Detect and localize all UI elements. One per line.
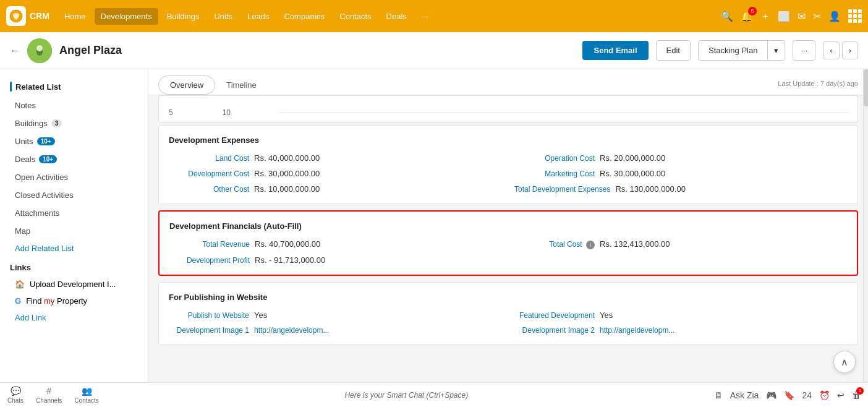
sidebar-link-find-property[interactable]: G Find my Property bbox=[0, 293, 148, 309]
operation-cost-value: Rs. 20,000,000.00 bbox=[600, 153, 665, 163]
import-icon[interactable]: ⬜ bbox=[778, 11, 790, 22]
channels-tab[interactable]: # Channels bbox=[36, 386, 62, 404]
gamepad-icon[interactable]: 🎮 bbox=[766, 390, 777, 400]
total-cost-value: Rs. 132,413,000.00 bbox=[600, 239, 670, 249]
record-navigation: ‹ › bbox=[823, 41, 858, 59]
add-icon[interactable]: ＋ bbox=[760, 10, 770, 23]
trash-icon[interactable]: 🗑 1 bbox=[852, 390, 861, 400]
sidebar-item-buildings[interactable]: Buildings 3 bbox=[0, 114, 148, 132]
land-cost-value: Rs. 40,000,000.00 bbox=[254, 153, 320, 163]
next-record-button[interactable]: › bbox=[842, 41, 858, 59]
page-title: Angel Plaza bbox=[59, 44, 122, 57]
header-bar: ← Angel Plaza Send Email Edit Stacking P… bbox=[0, 32, 868, 69]
logo-icon bbox=[6, 6, 26, 26]
contacts-icon: 👥 bbox=[82, 386, 92, 396]
search-icon[interactable]: 🔍 bbox=[721, 11, 733, 22]
sidebar-item-map[interactable]: Map bbox=[0, 222, 148, 240]
nav-developments[interactable]: Developments bbox=[95, 8, 158, 25]
bookmark-icon[interactable]: 🔖 bbox=[784, 390, 794, 400]
scroll-top-button[interactable]: ∧ bbox=[833, 351, 856, 373]
grid-menu-icon[interactable] bbox=[848, 9, 862, 23]
stacking-plan-dropdown[interactable]: ▾ bbox=[768, 40, 785, 61]
nav-leads[interactable]: Leads bbox=[241, 8, 275, 25]
tabs-bar: Overview Timeline Last Update : 7 day(s)… bbox=[148, 69, 868, 95]
sidebar-item-deals[interactable]: Deals 10+ bbox=[0, 150, 148, 168]
dev-profit-label: Development Profit bbox=[169, 256, 250, 265]
add-related-list-link[interactable]: Add Related List bbox=[0, 240, 148, 257]
nav-companies[interactable]: Companies bbox=[278, 8, 331, 25]
featured-dev-row: Featured Development Yes bbox=[514, 311, 848, 320]
tab-overview[interactable]: Overview bbox=[158, 75, 215, 95]
stacking-plan-button[interactable]: Stacking Plan bbox=[698, 40, 768, 61]
links-section-title: Links bbox=[0, 257, 148, 276]
settings-icon[interactable]: ✂ bbox=[813, 11, 821, 22]
send-email-button[interactable]: Send Email bbox=[582, 41, 648, 60]
profile-icon[interactable]: 👤 bbox=[828, 11, 841, 22]
other-cost-value: Rs. 10,000,000.00 bbox=[254, 184, 320, 194]
nav-contacts[interactable]: Contacts bbox=[333, 8, 377, 25]
nav-units[interactable]: Units bbox=[208, 8, 239, 25]
section-bar bbox=[10, 82, 12, 92]
sidebar-item-units[interactable]: Units 10+ bbox=[0, 132, 148, 150]
operation-cost-label: Operation Cost bbox=[514, 154, 595, 163]
email-icon[interactable]: ✉ bbox=[798, 11, 806, 22]
smart-chat-bar[interactable]: Here is your Smart Chat (Ctrl+Space) bbox=[111, 391, 702, 400]
avatar bbox=[27, 38, 52, 63]
sidebar-item-attachments[interactable]: Attachments bbox=[0, 204, 148, 222]
prev-record-button[interactable]: ‹ bbox=[823, 41, 839, 59]
chart-area: 5 10 bbox=[158, 95, 858, 122]
add-link-button[interactable]: Add Link bbox=[0, 309, 148, 326]
dev-cost-row: Development Cost Rs. 30,000,000.00 bbox=[169, 169, 502, 178]
tab-timeline[interactable]: Timeline bbox=[215, 76, 268, 94]
total-cost-row: Total Cost i Rs. 132,413,000.00 bbox=[514, 239, 847, 249]
other-cost-label: Other Cost bbox=[169, 185, 249, 194]
screen-icon[interactable]: 🖥 bbox=[714, 390, 723, 400]
sidebar-item-open-activities[interactable]: Open Activities bbox=[0, 168, 148, 186]
more-actions-button[interactable]: ··· bbox=[793, 40, 815, 61]
buildings-badge: 3 bbox=[51, 119, 62, 127]
marketing-cost-label: Marketing Cost bbox=[514, 169, 595, 178]
land-cost-row: Land Cost Rs. 40,000,000.00 bbox=[169, 153, 502, 163]
top-navigation: CRM Home Developments Buildings Units Le… bbox=[0, 0, 868, 32]
channels-icon: # bbox=[46, 386, 51, 396]
app-name: CRM bbox=[30, 11, 49, 21]
dev-image2-label: Development Image 2 bbox=[514, 326, 595, 335]
alarm-icon[interactable]: ⏰ bbox=[819, 390, 830, 400]
publishing-fields: Publish to Website Yes Featured Developm… bbox=[169, 311, 848, 335]
publish-website-label: Publish to Website bbox=[169, 311, 249, 320]
chats-tab[interactable]: 💬 Chats bbox=[7, 386, 23, 404]
sidebar-item-notes[interactable]: Notes bbox=[0, 96, 148, 114]
total-cost-info-icon: i bbox=[586, 241, 595, 249]
nav-more[interactable]: ··· bbox=[415, 8, 435, 25]
ask-zia-label[interactable]: Ask Zia bbox=[730, 390, 759, 400]
back-button[interactable]: ← bbox=[10, 45, 20, 56]
notification-icon[interactable]: 🔔 5 bbox=[741, 11, 753, 22]
land-cost-label: Land Cost bbox=[169, 154, 249, 163]
total-dev-expenses-row: Total Development Expenses Rs. 130,000,0… bbox=[514, 184, 848, 194]
dev-financials-fields: Total Revenue Rs. 40,700,000.00 Total Co… bbox=[169, 239, 847, 265]
contacts-tab[interactable]: 👥 Contacts bbox=[74, 386, 98, 404]
history-icon[interactable]: ↩ bbox=[837, 390, 845, 400]
nav-home[interactable]: Home bbox=[58, 8, 92, 25]
nav-deals[interactable]: Deals bbox=[380, 8, 413, 25]
scrollbar-thumb[interactable] bbox=[864, 69, 868, 106]
trash-badge: 1 bbox=[856, 387, 864, 395]
development-financials-section: Development Financials (Auto-Fill) Total… bbox=[158, 210, 858, 276]
dev-cost-label: Development Cost bbox=[169, 169, 249, 178]
main-layout: Related List Notes Buildings 3 Units 10+… bbox=[0, 69, 868, 407]
other-cost-row: Other Cost Rs. 10,000,000.00 bbox=[169, 184, 502, 194]
dev-image1-row: Development Image 1 http://angeldevelopm… bbox=[169, 326, 502, 335]
bottom-bar: 💬 Chats # Channels 👥 Contacts Here is yo… bbox=[0, 382, 868, 407]
dev-image1-label: Development Image 1 bbox=[169, 326, 249, 335]
stacking-plan-group: Stacking Plan ▾ bbox=[698, 40, 786, 61]
scrollbar-track[interactable] bbox=[863, 69, 868, 407]
sidebar-item-closed-activities[interactable]: Closed Activities bbox=[0, 186, 148, 204]
total-cost-label: Total Cost i bbox=[514, 240, 595, 249]
publishing-title: For Publishing in Website bbox=[169, 293, 848, 302]
clock-24-icon[interactable]: 24 bbox=[802, 390, 812, 400]
chart-numbers-row: 5 10 bbox=[169, 108, 848, 117]
nav-buildings[interactable]: Buildings bbox=[161, 8, 206, 25]
sidebar-link-upload[interactable]: 🏠 Upload Development I... bbox=[0, 276, 148, 293]
notification-badge: 5 bbox=[748, 7, 757, 15]
edit-button[interactable]: Edit bbox=[656, 40, 691, 61]
